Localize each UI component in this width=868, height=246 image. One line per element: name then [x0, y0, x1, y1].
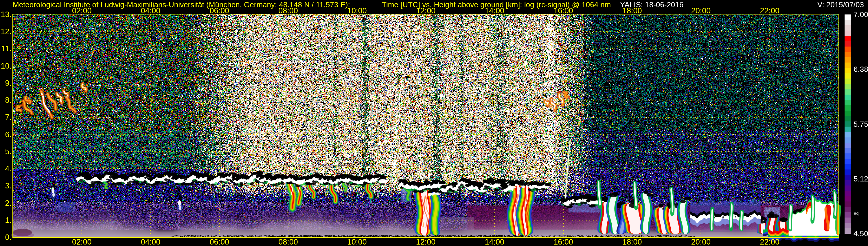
- y-tick-label: 3.: [0, 182, 11, 190]
- y-tick-label: 4.: [0, 165, 11, 173]
- x-tick-label-top: 12:00: [416, 7, 436, 15]
- colorbar-tick-label: 5.75: [854, 120, 868, 128]
- x-tick-label-bottom: 14:00: [485, 238, 504, 246]
- x-tick-label-bottom: 16:00: [554, 238, 573, 246]
- colorbar-tick-label: 6.38: [854, 65, 868, 73]
- x-tick-label-bottom: 02:00: [72, 238, 92, 246]
- y-tick-label: 6.: [0, 130, 11, 139]
- lidar-quicklook-screen: Meteorological Institute of Ludwig-Maxim…: [0, 0, 868, 246]
- x-tick-label-top: 04:00: [141, 7, 161, 15]
- version-label: V: 2015/07/03: [817, 1, 864, 8]
- x-tick-label-top: 02:00: [72, 7, 92, 15]
- y-tick-label: 7.: [0, 114, 11, 121]
- x-tick-label-bottom: 08:00: [278, 238, 298, 246]
- y-tick-label: 13.: [0, 11, 11, 19]
- y-tick-label: 9.: [0, 79, 11, 87]
- x-tick-label-bottom: 06:00: [210, 238, 229, 246]
- x-tick-label-bottom: 12:00: [416, 238, 436, 246]
- y-tick-label: 5.: [0, 148, 11, 155]
- x-tick-label-top: 22:00: [760, 7, 779, 15]
- x-tick-label-top: 20:00: [691, 7, 711, 15]
- y-tick-label: 8.: [0, 96, 11, 104]
- x-tick-label-bottom: 10:00: [347, 238, 367, 246]
- x-tick-label-bottom: 22:00: [760, 238, 779, 246]
- y-tick-label: 11.: [0, 45, 11, 53]
- colorbar-tick-label: 7.00: [854, 11, 868, 18]
- x-tick-label-top: 18:00: [622, 7, 642, 15]
- x-tick-label-top: 16:00: [554, 7, 573, 15]
- x-tick-label-top: 08:00: [278, 7, 298, 15]
- eq-note: eq: [854, 211, 859, 215]
- x-tick-label-top: 10:00: [347, 7, 367, 15]
- y-tick-label: 1.: [0, 216, 11, 224]
- y-tick-label: 2.: [0, 199, 11, 207]
- lidar-heatmap-canvas: [0, 0, 868, 246]
- x-tick-label-bottom: 04:00: [141, 238, 161, 246]
- y-tick-label: 12.: [0, 28, 11, 36]
- y-tick-label: 0.: [0, 234, 11, 241]
- colorbar-tick-label: 4.50: [854, 230, 868, 237]
- x-tick-label-bottom: 20:00: [691, 238, 711, 246]
- colorbar-tick-label: 5.12: [854, 175, 868, 183]
- x-tick-label-top: 14:00: [485, 7, 504, 15]
- x-tick-label-top: 06:00: [210, 7, 229, 15]
- y-tick-label: 10.: [0, 62, 11, 70]
- institute-title: Meteorological Institute of Ludwig-Maxim…: [13, 1, 350, 8]
- x-tick-label-bottom: 18:00: [622, 238, 642, 246]
